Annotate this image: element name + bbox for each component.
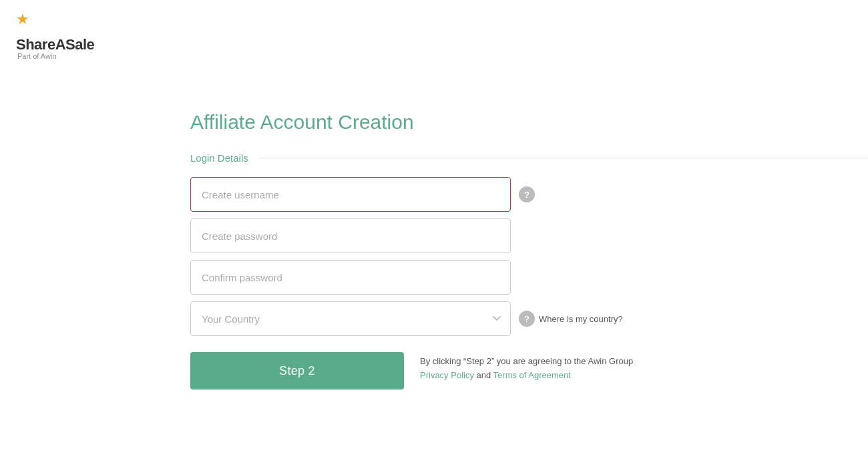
country-help-icon[interactable]: ? — [519, 311, 535, 327]
section-header: Login Details — [190, 152, 868, 164]
section-title: Login Details — [190, 152, 248, 164]
username-help-icon[interactable]: ? — [519, 186, 535, 202]
header: ★ ShareASale Part of Awin — [0, 0, 868, 71]
country-help-container: ? Where is my country? — [519, 311, 623, 327]
logo: ★ ShareASale Part of Awin — [16, 11, 94, 60]
privacy-policy-link[interactable]: Privacy Policy — [420, 370, 474, 380]
step-area: Step 2 By clicking “Step 2” you are agre… — [190, 352, 868, 390]
confirm-password-input[interactable] — [190, 260, 511, 295]
password-input[interactable] — [190, 218, 511, 253]
legal-prefix: By clicking “Step 2” you are agreeing to… — [420, 356, 633, 366]
section-divider — [259, 158, 868, 158]
legal-text: By clicking “Step 2” you are agreeing to… — [420, 352, 634, 383]
legal-and: and — [474, 370, 493, 380]
page-title: Affiliate Account Creation — [190, 111, 868, 134]
password-field-group — [190, 218, 868, 253]
logo-star-icon: ★ — [16, 11, 29, 28]
logo-subtitle: Part of Awin — [17, 52, 57, 60]
country-help-text: Where is my country? — [539, 314, 623, 324]
country-select[interactable]: Your Country United States United Kingdo… — [190, 301, 511, 336]
confirm-password-field-group — [190, 260, 868, 295]
main-content: Affiliate Account Creation Login Details… — [0, 71, 868, 416]
country-field-group: Your Country United States United Kingdo… — [190, 301, 868, 336]
terms-of-agreement-link[interactable]: Terms of Agreement — [493, 370, 571, 380]
username-field-group: ? — [190, 177, 868, 212]
username-input[interactable] — [190, 177, 511, 212]
step2-button[interactable]: Step 2 — [190, 352, 404, 390]
logo-text: ShareASale — [16, 36, 94, 53]
logo-top: ★ — [16, 11, 29, 36]
